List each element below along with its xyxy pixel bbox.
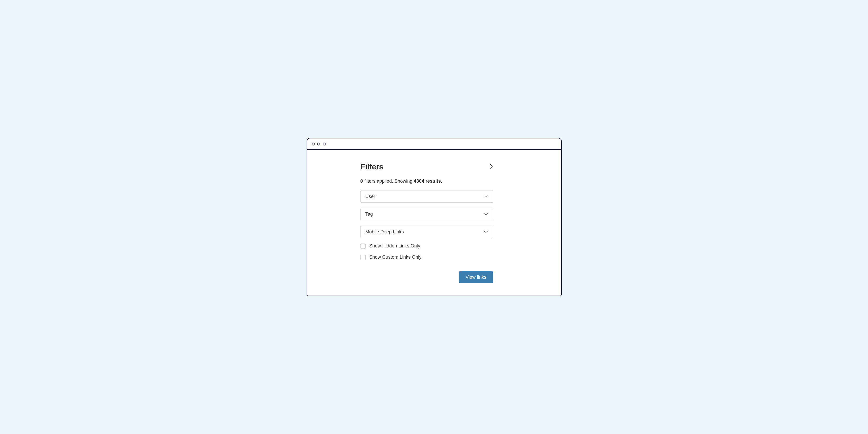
window-content: Filters 0 filters applied. Showing 4304 … — [307, 150, 561, 296]
show-hidden-label: Show Hidden Links Only — [369, 243, 420, 249]
show-custom-label: Show Custom Links Only — [369, 254, 422, 260]
checkbox-box-icon — [361, 255, 366, 260]
button-row: View links — [361, 271, 493, 283]
chevron-down-icon — [484, 212, 488, 217]
show-hidden-links-checkbox[interactable]: Show Hidden Links Only — [361, 243, 493, 249]
mobile-select-label: Mobile Deep Links — [365, 229, 404, 235]
heading-row: Filters — [361, 162, 493, 171]
chevron-down-icon — [484, 229, 488, 235]
status-prefix: 0 filters applied. Showing — [361, 179, 414, 184]
user-select-label: User — [365, 194, 375, 199]
chevron-down-icon — [484, 194, 488, 199]
app-window: Filters 0 filters applied. Showing 4304 … — [307, 138, 562, 296]
chevron-right-icon[interactable] — [490, 163, 493, 170]
window-zoom-dot[interactable] — [323, 143, 326, 146]
window-minimize-dot[interactable] — [317, 143, 320, 146]
view-links-button[interactable]: View links — [459, 271, 493, 283]
status-count: 4304 results. — [414, 179, 442, 184]
filters-panel: Filters 0 filters applied. Showing 4304 … — [361, 162, 493, 283]
show-custom-links-checkbox[interactable]: Show Custom Links Only — [361, 254, 493, 260]
tag-select[interactable]: Tag — [361, 208, 493, 220]
mobile-deep-links-select[interactable]: Mobile Deep Links — [361, 225, 493, 238]
window-close-dot[interactable] — [312, 143, 315, 146]
tag-select-label: Tag — [365, 212, 373, 217]
checkbox-box-icon — [361, 244, 366, 249]
filters-heading: Filters — [361, 162, 384, 171]
filter-status-text: 0 filters applied. Showing 4304 results. — [361, 179, 493, 184]
window-titlebar — [307, 138, 561, 150]
user-select[interactable]: User — [361, 190, 493, 203]
